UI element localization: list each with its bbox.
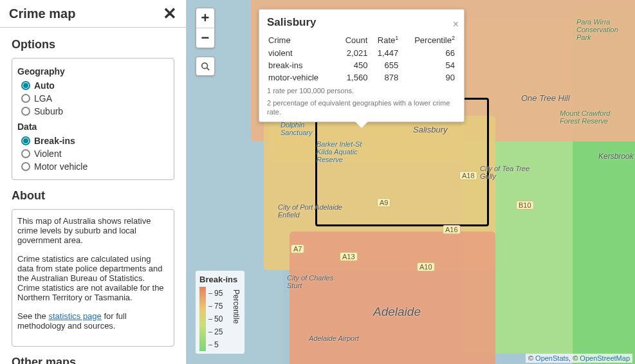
- map-legend: Break-ins 95 75 50 25 5 Percentile: [196, 271, 244, 354]
- geography-radio-auto[interactable]: Auto: [17, 79, 169, 92]
- table-row: break-ins 450 655 54: [267, 59, 456, 71]
- zoom-out-button[interactable]: −: [196, 28, 214, 48]
- place-label-airport: Adelaide Airport: [309, 334, 360, 342]
- search-icon: [201, 62, 210, 71]
- radio-label: Break-ins: [34, 136, 75, 146]
- col-count: Count: [336, 33, 369, 47]
- place-label-teagully: City of Tea Tree Gully: [480, 165, 531, 180]
- geography-label: Geography: [17, 66, 169, 77]
- sidebar-header: Crime map ✕: [0, 0, 186, 28]
- statistics-page-link[interactable]: statistics page: [48, 311, 101, 321]
- radio-label: Motor vehicle: [34, 161, 87, 172]
- radio-icon: [21, 94, 30, 103]
- data-radio-violent[interactable]: Violent: [17, 147, 169, 160]
- radio-label: Auto: [34, 80, 55, 91]
- col-crime: Crime: [267, 33, 336, 47]
- popup-close-button[interactable]: ×: [453, 19, 459, 30]
- place-label-barker: Barker Inlet-St Kilda Aquatic Reserve: [317, 140, 374, 163]
- map-search-button[interactable]: [196, 57, 215, 76]
- attrib-osm-link[interactable]: OpenStreetMap: [580, 354, 630, 362]
- data-radio-breakins[interactable]: Break-ins: [17, 134, 169, 147]
- place-label-salisbury: Salisbury: [413, 125, 447, 134]
- region-popup: × Salisbury Crime Count Rate1 Percentile…: [259, 9, 465, 122]
- col-percentile: Percentile2: [400, 33, 456, 47]
- radio-icon: [21, 107, 30, 116]
- legend-axis-label: Percentile: [230, 287, 241, 351]
- zoom-control: + −: [196, 8, 215, 48]
- about-heading: About: [12, 189, 174, 203]
- radio-icon: [21, 149, 30, 158]
- svg-line-1: [207, 68, 210, 71]
- close-sidebar-button[interactable]: ✕: [163, 5, 177, 22]
- place-label-mtcrawford: Mount Crawford Forest Reserve: [560, 109, 618, 125]
- place-label-charlessturt: City of Charles Sturt: [287, 274, 338, 289]
- about-paragraph: Crime statistics are calculated using da…: [17, 254, 169, 302]
- place-label-onetreehill: One Tree Hill: [521, 93, 570, 103]
- about-paragraph: See the statistics page for full methodo…: [17, 311, 169, 331]
- road-label: A13: [340, 252, 358, 261]
- road-label: A16: [443, 225, 461, 234]
- zoom-in-button[interactable]: +: [196, 8, 214, 28]
- radio-icon: [21, 81, 30, 90]
- table-row: motor-vehicle 1,560 878 90: [267, 71, 456, 84]
- legend-title: Break-ins: [199, 275, 241, 284]
- sidebar: Crime map ✕ Options Geography Auto LGA S…: [0, 0, 187, 364]
- map-canvas[interactable]: Adelaide Salisbury One Tree Hill Kersbro…: [187, 0, 635, 364]
- road-label: A18: [459, 171, 477, 180]
- table-row: violent 2,021 1,447 66: [267, 47, 456, 59]
- radio-label: Suburb: [34, 106, 63, 116]
- popup-footnote: 1 rate per 100,000 persons.: [267, 86, 456, 95]
- popup-table: Crime Count Rate1 Percentile2 violent 2,…: [267, 33, 456, 84]
- data-label: Data: [17, 122, 169, 132]
- attrib-openstats-link[interactable]: OpenStats: [535, 354, 569, 362]
- options-heading: Options: [12, 38, 174, 51]
- popup-footnote: 2 percentage of equivalent geographies w…: [267, 98, 456, 117]
- place-label-ptadelaide: City of Port Adelaide Enfield: [278, 203, 342, 219]
- other-maps-heading: Other maps: [12, 356, 174, 364]
- popup-title: Salisbury: [267, 16, 456, 29]
- radio-icon: [21, 136, 30, 145]
- road-label: B10: [516, 201, 534, 210]
- road-label: A7: [291, 244, 304, 253]
- geography-radio-lga[interactable]: LGA: [17, 92, 169, 105]
- radio-label: LGA: [34, 93, 52, 104]
- road-label: A9: [377, 198, 391, 207]
- app-title: Crime map: [9, 6, 75, 21]
- options-panel: Geography Auto LGA Suburb Data Break-ins…: [12, 58, 174, 180]
- col-rate: Rate1: [369, 33, 400, 47]
- geography-radio-suburb[interactable]: Suburb: [17, 105, 169, 118]
- radio-label: Violent: [34, 149, 62, 159]
- place-label-adelaide: Adelaide: [373, 305, 421, 319]
- legend-gradient: [199, 287, 206, 351]
- legend-ticks: 95 75 50 25 5: [208, 287, 230, 351]
- place-label-parawirra: Para Wirra Conservation Park: [576, 18, 634, 41]
- about-panel: This map of Australia shows relative cri…: [12, 209, 174, 347]
- map-attribution: © OpenStats, © OpenStreetMap: [526, 354, 632, 363]
- about-paragraph: This map of Australia shows relative cri…: [17, 216, 169, 245]
- place-label-kersbrook: Kersbrook: [598, 152, 634, 161]
- options-section: Options Geography Auto LGA Suburb Data B…: [0, 28, 186, 364]
- svg-point-0: [202, 63, 208, 69]
- data-radio-motorvehicle[interactable]: Motor vehicle: [17, 160, 169, 173]
- radio-icon: [21, 162, 30, 171]
- road-label: A10: [417, 262, 435, 271]
